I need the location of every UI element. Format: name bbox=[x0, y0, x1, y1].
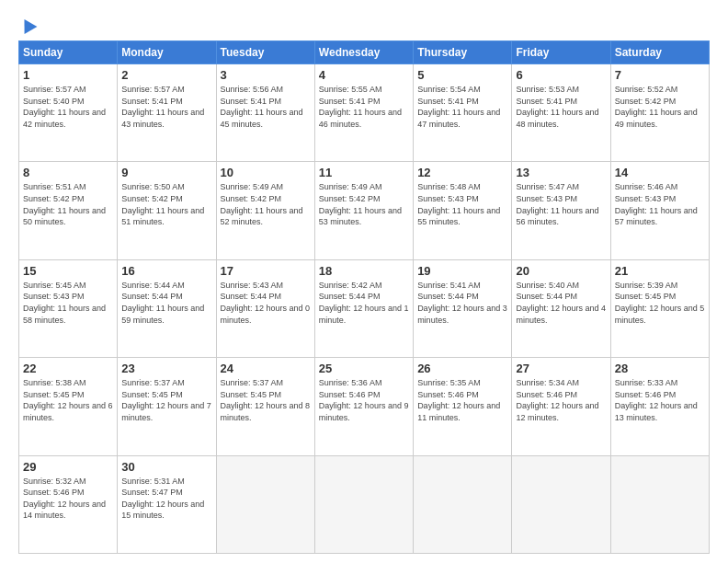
day-number: 26 bbox=[417, 362, 507, 375]
day-info: Sunrise: 5:57 AM Sunset: 5:40 PM Dayligh… bbox=[23, 84, 113, 130]
calendar-table: SundayMondayTuesdayWednesdayThursdayFrid… bbox=[18, 40, 710, 554]
table-row: 21Sunrise: 5:39 AM Sunset: 5:45 PM Dayli… bbox=[610, 259, 709, 357]
table-row: 17Sunrise: 5:43 AM Sunset: 5:44 PM Dayli… bbox=[216, 259, 314, 357]
table-row bbox=[216, 455, 314, 553]
day-info: Sunrise: 5:42 AM Sunset: 5:44 PM Dayligh… bbox=[319, 280, 409, 326]
day-info: Sunrise: 5:33 AM Sunset: 5:46 PM Dayligh… bbox=[615, 377, 705, 423]
day-number: 25 bbox=[319, 362, 409, 375]
calendar-week-row: 8Sunrise: 5:51 AM Sunset: 5:42 PM Daylig… bbox=[19, 162, 710, 259]
table-row: 22Sunrise: 5:38 AM Sunset: 5:45 PM Dayli… bbox=[19, 358, 118, 455]
day-info: Sunrise: 5:38 AM Sunset: 5:45 PM Dayligh… bbox=[23, 377, 113, 423]
day-info: Sunrise: 5:50 AM Sunset: 5:42 PM Dayligh… bbox=[121, 181, 211, 227]
table-row: 1Sunrise: 5:57 AM Sunset: 5:40 PM Daylig… bbox=[19, 64, 118, 162]
day-info: Sunrise: 5:43 AM Sunset: 5:44 PM Dayligh… bbox=[221, 280, 311, 326]
day-info: Sunrise: 5:46 AM Sunset: 5:43 PM Dayligh… bbox=[615, 181, 705, 227]
day-info: Sunrise: 5:36 AM Sunset: 5:46 PM Dayligh… bbox=[319, 377, 409, 423]
table-row: 23Sunrise: 5:37 AM Sunset: 5:45 PM Dayli… bbox=[118, 358, 216, 455]
day-info: Sunrise: 5:39 AM Sunset: 5:45 PM Dayligh… bbox=[615, 280, 705, 326]
day-info: Sunrise: 5:49 AM Sunset: 5:42 PM Dayligh… bbox=[319, 181, 409, 227]
table-row bbox=[512, 455, 610, 553]
day-number: 1 bbox=[23, 68, 113, 82]
table-row bbox=[414, 455, 512, 553]
table-row: 29Sunrise: 5:32 AM Sunset: 5:46 PM Dayli… bbox=[19, 455, 118, 553]
day-number: 13 bbox=[516, 166, 606, 179]
table-row: 12Sunrise: 5:48 AM Sunset: 5:43 PM Dayli… bbox=[414, 162, 512, 259]
logo-icon bbox=[18, 16, 38, 34]
day-number: 21 bbox=[615, 264, 705, 278]
day-number: 2 bbox=[121, 68, 211, 82]
page: SundayMondayTuesdayWednesdayThursdayFrid… bbox=[0, 0, 728, 563]
day-number: 20 bbox=[516, 264, 606, 278]
table-row: 26Sunrise: 5:35 AM Sunset: 5:46 PM Dayli… bbox=[414, 358, 512, 455]
day-info: Sunrise: 5:44 AM Sunset: 5:44 PM Dayligh… bbox=[121, 280, 211, 326]
table-row: 8Sunrise: 5:51 AM Sunset: 5:42 PM Daylig… bbox=[19, 162, 118, 259]
logo bbox=[18, 18, 35, 31]
day-number: 19 bbox=[417, 264, 507, 278]
day-number: 11 bbox=[319, 166, 409, 179]
day-number: 5 bbox=[417, 68, 507, 82]
day-number: 30 bbox=[121, 460, 211, 474]
table-row: 25Sunrise: 5:36 AM Sunset: 5:46 PM Dayli… bbox=[314, 358, 413, 455]
table-row: 3Sunrise: 5:56 AM Sunset: 5:41 PM Daylig… bbox=[216, 64, 314, 162]
day-number: 14 bbox=[615, 166, 705, 179]
table-row: 24Sunrise: 5:37 AM Sunset: 5:45 PM Dayli… bbox=[216, 358, 314, 455]
table-row: 18Sunrise: 5:42 AM Sunset: 5:44 PM Dayli… bbox=[314, 259, 413, 357]
calendar-header-wednesday: Wednesday bbox=[314, 41, 413, 64]
table-row: 2Sunrise: 5:57 AM Sunset: 5:41 PM Daylig… bbox=[118, 64, 216, 162]
table-row: 14Sunrise: 5:46 AM Sunset: 5:43 PM Dayli… bbox=[610, 162, 709, 259]
table-row: 20Sunrise: 5:40 AM Sunset: 5:44 PM Dayli… bbox=[512, 259, 610, 357]
table-row bbox=[610, 455, 709, 553]
calendar-header-saturday: Saturday bbox=[610, 41, 709, 64]
day-number: 6 bbox=[516, 68, 606, 82]
table-row: 6Sunrise: 5:53 AM Sunset: 5:41 PM Daylig… bbox=[512, 64, 610, 162]
table-row: 15Sunrise: 5:45 AM Sunset: 5:43 PM Dayli… bbox=[19, 259, 118, 357]
day-number: 7 bbox=[615, 68, 705, 82]
calendar-header-tuesday: Tuesday bbox=[216, 41, 314, 64]
day-info: Sunrise: 5:37 AM Sunset: 5:45 PM Dayligh… bbox=[121, 377, 211, 423]
day-info: Sunrise: 5:47 AM Sunset: 5:43 PM Dayligh… bbox=[516, 181, 606, 227]
calendar-week-row: 29Sunrise: 5:32 AM Sunset: 5:46 PM Dayli… bbox=[19, 455, 710, 553]
table-row: 27Sunrise: 5:34 AM Sunset: 5:46 PM Dayli… bbox=[512, 358, 610, 455]
day-info: Sunrise: 5:54 AM Sunset: 5:41 PM Dayligh… bbox=[417, 84, 507, 130]
day-number: 12 bbox=[417, 166, 507, 179]
calendar-header-sunday: Sunday bbox=[19, 41, 118, 64]
day-number: 10 bbox=[221, 166, 311, 179]
table-row: 28Sunrise: 5:33 AM Sunset: 5:46 PM Dayli… bbox=[610, 358, 709, 455]
table-row: 11Sunrise: 5:49 AM Sunset: 5:42 PM Dayli… bbox=[314, 162, 413, 259]
day-number: 16 bbox=[121, 264, 211, 278]
day-number: 8 bbox=[23, 166, 113, 179]
table-row: 19Sunrise: 5:41 AM Sunset: 5:44 PM Dayli… bbox=[414, 259, 512, 357]
day-info: Sunrise: 5:45 AM Sunset: 5:43 PM Dayligh… bbox=[23, 280, 113, 326]
day-info: Sunrise: 5:40 AM Sunset: 5:44 PM Dayligh… bbox=[516, 280, 606, 326]
header bbox=[18, 15, 710, 31]
day-number: 28 bbox=[615, 362, 705, 375]
table-row: 16Sunrise: 5:44 AM Sunset: 5:44 PM Dayli… bbox=[118, 259, 216, 357]
calendar-week-row: 22Sunrise: 5:38 AM Sunset: 5:45 PM Dayli… bbox=[19, 358, 710, 455]
day-info: Sunrise: 5:35 AM Sunset: 5:46 PM Dayligh… bbox=[417, 377, 507, 423]
table-row: 4Sunrise: 5:55 AM Sunset: 5:41 PM Daylig… bbox=[314, 64, 413, 162]
day-info: Sunrise: 5:37 AM Sunset: 5:45 PM Dayligh… bbox=[221, 377, 311, 423]
table-row bbox=[314, 455, 413, 553]
table-row: 10Sunrise: 5:49 AM Sunset: 5:42 PM Dayli… bbox=[216, 162, 314, 259]
table-row: 5Sunrise: 5:54 AM Sunset: 5:41 PM Daylig… bbox=[414, 64, 512, 162]
calendar-header-thursday: Thursday bbox=[414, 41, 512, 64]
day-info: Sunrise: 5:56 AM Sunset: 5:41 PM Dayligh… bbox=[221, 84, 311, 130]
table-row: 9Sunrise: 5:50 AM Sunset: 5:42 PM Daylig… bbox=[118, 162, 216, 259]
day-number: 23 bbox=[121, 362, 211, 375]
day-number: 18 bbox=[319, 264, 409, 278]
day-number: 3 bbox=[221, 68, 311, 82]
table-row: 7Sunrise: 5:52 AM Sunset: 5:42 PM Daylig… bbox=[610, 64, 709, 162]
table-row: 30Sunrise: 5:31 AM Sunset: 5:47 PM Dayli… bbox=[118, 455, 216, 553]
day-info: Sunrise: 5:57 AM Sunset: 5:41 PM Dayligh… bbox=[121, 84, 211, 130]
day-info: Sunrise: 5:51 AM Sunset: 5:42 PM Dayligh… bbox=[23, 181, 113, 227]
calendar-header-row: SundayMondayTuesdayWednesdayThursdayFrid… bbox=[19, 41, 710, 64]
day-info: Sunrise: 5:32 AM Sunset: 5:46 PM Dayligh… bbox=[23, 476, 113, 522]
day-number: 27 bbox=[516, 362, 606, 375]
day-info: Sunrise: 5:52 AM Sunset: 5:42 PM Dayligh… bbox=[615, 84, 705, 130]
day-number: 29 bbox=[23, 460, 113, 474]
table-row: 13Sunrise: 5:47 AM Sunset: 5:43 PM Dayli… bbox=[512, 162, 610, 259]
day-number: 15 bbox=[23, 264, 113, 278]
calendar-week-row: 1Sunrise: 5:57 AM Sunset: 5:40 PM Daylig… bbox=[19, 64, 710, 162]
day-info: Sunrise: 5:48 AM Sunset: 5:43 PM Dayligh… bbox=[417, 181, 507, 227]
calendar-header-monday: Monday bbox=[118, 41, 216, 64]
